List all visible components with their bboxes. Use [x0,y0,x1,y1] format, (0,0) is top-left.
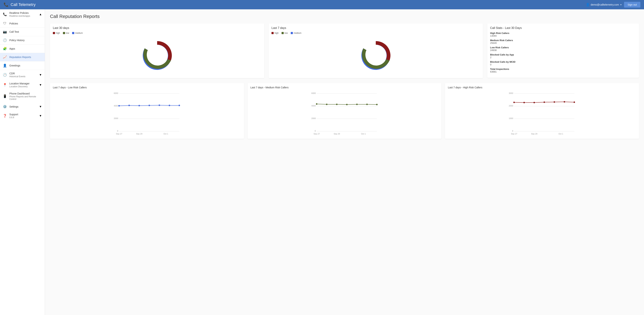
svg-point-10 [118,105,120,106]
sidebar-support-label: Support [9,113,36,116]
stat-blocked-app: Blocked Calls by App 2 [490,53,636,59]
stat-high-risk-value: 13094 [490,34,636,37]
line-chart-high-risk: Last 7 days - High Risk Callers 3000 200… [445,83,639,139]
sidebar-item-phone-dashboard[interactable]: 📱 Phone Dashboard Phone Reports and Remo… [0,90,45,103]
svg-point-49 [544,101,545,103]
svg-point-13 [148,105,150,106]
svg-text:2000: 2000 [312,117,316,119]
stat-total-inspections-label: Total Inspections [490,68,636,70]
sidebar-cdr-sub: Historical Events [9,75,36,78]
sidebar-item-support[interactable]: ❓ Support 0.6.8 ▼ [0,111,45,121]
sidebar-apps-label: Apps [9,47,42,50]
app-body: 📞 Realtime Policies Realtime events/apps… [0,9,644,315]
donut1-chart [53,36,262,75]
header-user-area: 👤 demo@calltelemetry.com ▼ Sign out [586,2,640,7]
svg-text:0: 0 [512,130,513,132]
sidebar-item-reputation-reports[interactable]: 📈 Reputation Reports [0,53,45,61]
sidebar-policy-history-label: Policy History [9,39,42,42]
svg-point-46 [514,102,515,103]
svg-text:Sep 27: Sep 27 [511,133,517,135]
person-icon: 👤 [3,64,7,67]
sidebar-greetings-label: Greetings [9,64,42,67]
top-charts-row: Last 30 days high low medium [50,23,639,78]
svg-point-33 [366,104,368,105]
stat-low-risk: Low Risk Callers 24938 [490,46,636,51]
svg-text:4000: 4000 [312,105,316,107]
sidebar-item-policies[interactable]: 🛡 Policies [0,19,45,28]
chevron-down-icon: ▼ [39,105,42,108]
svg-text:Sep 29: Sep 29 [136,133,142,135]
svg-text:1000: 1000 [509,117,513,119]
svg-point-50 [554,101,555,103]
svg-point-29 [326,104,328,105]
sidebar-realtime-policies-sub: Realtime events/apps [9,15,36,17]
sidebar-item-cdr[interactable]: 🕐 CDR Historical Events ▼ [0,70,45,80]
gear-icon: ⚙️ [3,105,7,109]
donut1-title: Last 30 days [53,26,262,30]
call-stats-list: High Risk Callers 13094 Medium Risk Call… [490,32,636,73]
sidebar-item-call-test[interactable]: 📷 Call Test [0,28,45,36]
app-header: 📞 Call Telemetry 👤 demo@calltelemetry.co… [0,0,644,9]
donut-chart-7days: Last 7 days high low medium [268,23,483,78]
cdr-icon: 🕐 [3,73,7,77]
line-chart-high-risk-svg: 3000 2000 1000 0 [448,90,636,135]
sidebar-policies-label: Policies [9,22,42,25]
line-chart-low-risk-svg: 6000 4000 2000 0 [53,90,241,135]
line-chart-medium-risk-svg: 6000 4000 2000 0 [250,90,439,135]
sidebar-item-policy-history[interactable]: 🕐 Policy History [0,36,45,44]
line-chart-low-risk-title: Last 7 days - Low Risk Callers [53,86,241,89]
stat-blocked-mcid: Blocked Calls by MCID 0 [490,60,636,66]
svg-text:Sep 29: Sep 29 [334,133,340,135]
sidebar-item-greetings[interactable]: 👤 Greetings [0,61,45,70]
svg-text:4000: 4000 [114,105,118,107]
svg-point-28 [316,103,317,105]
history-icon: 🕐 [3,38,7,42]
legend2-low: low [282,32,288,34]
legend2-high: high [272,32,279,34]
svg-text:Oct 1: Oct 1 [558,133,563,135]
chevron-down-icon[interactable]: ▼ [620,4,622,6]
svg-point-30 [336,104,338,105]
shield-icon: 🛡 [3,21,7,25]
legend-high: high [53,32,60,34]
puzzle-icon: 🧩 [3,47,7,51]
svg-text:Sep 27: Sep 27 [116,133,122,135]
header-brand: 📞 Call Telemetry [4,2,36,7]
donut1-legend: high low medium [53,32,262,34]
help-icon: ❓ [3,114,7,118]
sidebar-item-settings[interactable]: ⚙️ Settings ▼ [0,103,45,111]
chevron-down-icon: ▼ [39,73,42,76]
sidebar-call-test-label: Call Test [9,30,42,33]
location-icon: 📍 [3,83,7,87]
svg-text:0: 0 [117,130,118,132]
phone-logo-icon: 📞 [4,2,8,7]
sidebar-item-location-manager[interactable]: 📍 Location Manager Location Discovery ▼ [0,80,45,90]
user-avatar-icon: 👤 [586,3,590,7]
sign-out-button[interactable]: Sign out [624,2,640,7]
user-email-display: 👤 demo@calltelemetry.com ▼ [586,3,622,7]
svg-text:2000: 2000 [509,105,513,107]
stat-medium-risk-value: 25649 [490,42,636,44]
svg-text:Sep 27: Sep 27 [314,133,320,135]
svg-text:0: 0 [315,130,316,132]
sidebar-location-label: Location Manager [9,82,36,85]
svg-point-47 [524,102,525,103]
sidebar-settings-label: Settings [9,105,36,108]
call-stats-section: Call Stats - Last 30 Days High Risk Call… [487,23,639,78]
svg-text:6000: 6000 [312,92,316,94]
sidebar-phone-dashboard-label: Phone Dashboard [9,92,42,95]
sidebar-phone-dashboard-sub: Phone Reports and Remote Control [9,95,42,100]
svg-point-11 [128,105,130,106]
sidebar-item-realtime-policies[interactable]: 📞 Realtime Policies Realtime events/apps… [0,9,45,19]
sidebar-item-apps[interactable]: 🧩 Apps [0,44,45,53]
svg-point-51 [564,101,565,103]
line-chart-medium-risk: Last 7 days - Medium Risk Callers 6000 4… [248,83,442,139]
donut-chart-30days: Last 30 days high low medium [50,23,264,78]
svg-point-32 [356,104,358,105]
svg-point-31 [346,104,348,105]
stat-total-inspections-value: 63681 [490,70,636,73]
donut2-title: Last 7 days [272,26,480,30]
svg-text:6000: 6000 [114,92,118,94]
chevron-up-icon: ▲ [39,13,42,16]
donut2-legend: high low medium [272,32,480,34]
